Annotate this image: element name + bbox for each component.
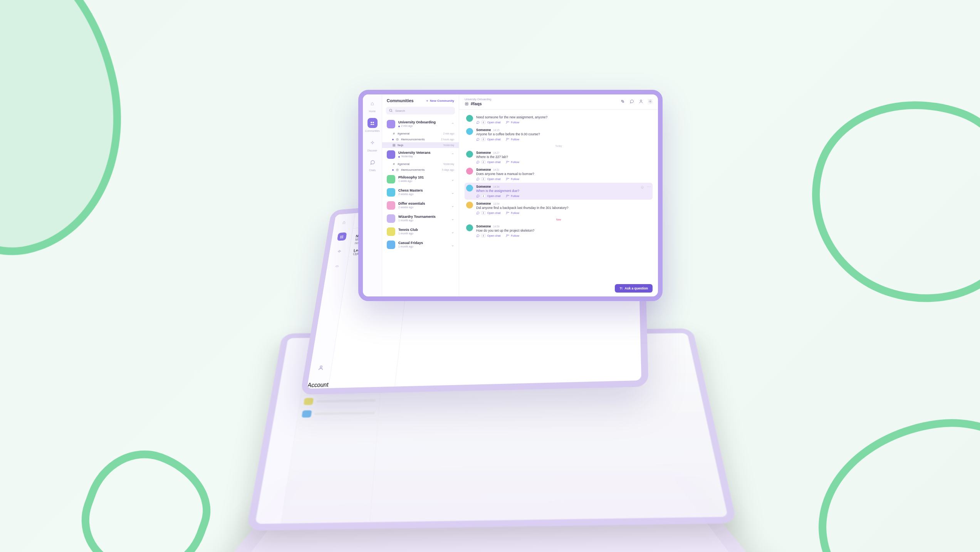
search-icon	[389, 109, 393, 113]
reaction-icon[interactable]: ☺	[640, 185, 644, 190]
open-chat-button[interactable]: 4Open chat	[476, 234, 500, 237]
question-icon: ?⃝	[619, 286, 623, 290]
more-icon[interactable]: ⋯	[647, 185, 651, 190]
svg-point-14	[507, 212, 508, 213]
communities-icon[interactable]	[337, 232, 347, 241]
gear-icon[interactable]	[648, 99, 653, 104]
search-input[interactable]: Search	[386, 107, 455, 114]
svg-point-5	[389, 109, 392, 111]
channel-item[interactable]: ◎#announcements5 days ago	[382, 167, 459, 173]
chevron-down-icon: ⌄	[451, 243, 454, 247]
chevron-down-icon: ⌄	[451, 230, 454, 234]
sidebar-title: Communities	[387, 98, 414, 103]
message[interactable]: Someone14:15Anyone for a coffee before t…	[465, 126, 653, 143]
message-author: Someone	[476, 168, 491, 172]
discover-icon[interactable]: ✧	[334, 247, 344, 256]
community-item[interactable]: Chess Masters2 weeks ago⌄	[382, 186, 459, 199]
community-item[interactable]: Differ essentials2 weeks ago⌄	[382, 199, 459, 212]
open-chat-button[interactable]: 4Open chat	[476, 138, 500, 141]
follow-button[interactable]: Follow	[506, 211, 519, 215]
decorative-blob	[805, 405, 980, 552]
message[interactable]: Someone14:34When is the assignment due?4…	[465, 183, 653, 200]
open-chat-button[interactable]: 4Open chat	[476, 121, 500, 124]
message-author: Someone	[476, 185, 491, 188]
discover-icon[interactable]: ✧	[368, 138, 378, 148]
discover-label: Discover	[368, 149, 377, 152]
svg-point-2	[320, 366, 322, 368]
message-time: 14:27	[493, 151, 499, 154]
channel-title: #faqs	[471, 101, 482, 106]
follow-button[interactable]: Follow	[506, 177, 519, 181]
message-author: Someone	[476, 151, 491, 155]
home-icon[interactable]: ⌂	[339, 218, 349, 226]
community-item[interactable]: Casual Fridays1 month ago⌄	[382, 238, 459, 251]
follow-button[interactable]: Follow	[506, 160, 519, 164]
community-item[interactable]: University Onboarding2 min ago⌃	[382, 118, 459, 131]
message-time: 14:15	[493, 129, 499, 131]
chats-icon[interactable]: ⌔	[332, 262, 342, 271]
ask-question-button[interactable]: ?⃝ Ask a question	[615, 284, 653, 293]
community-item[interactable]: Philosophy 1011 week ago⌄	[382, 173, 459, 186]
follow-button[interactable]: Follow	[506, 121, 519, 124]
message[interactable]: Need someone for the new assignment, any…	[465, 113, 653, 126]
home-icon[interactable]: ⌂	[368, 98, 378, 108]
chevron-up-icon: ⌃	[451, 122, 454, 126]
channel-item[interactable]: ##generalYesterday	[382, 161, 459, 167]
message-time: 14:34	[493, 185, 499, 188]
message-text: How do you set up the project skeleton?	[476, 229, 651, 232]
svg-point-10	[507, 138, 508, 140]
channel-item[interactable]: ##general2 min ago	[382, 131, 459, 136]
message-text: Where is the 227 lab?	[476, 155, 651, 159]
open-chat-button[interactable]: 4Open chat	[476, 177, 500, 181]
sidebar: Communities ＋ New Community Search Unive…	[382, 94, 459, 296]
message-text: Anyone for a coffee before the 9.00 cour…	[476, 132, 651, 136]
decorative-blob	[67, 434, 225, 552]
message[interactable]: Someone14:31Does anyone have a manual to…	[465, 166, 653, 183]
community-item[interactable]: Wizardry Tournaments1 month ago⌄	[382, 212, 459, 225]
svg-rect-6	[465, 103, 468, 105]
channel-item[interactable]: ◎#announcements2 hours ago	[382, 136, 459, 142]
message-author: Someone	[476, 128, 491, 132]
message[interactable]: Someone14:27Where is the 227 lab?4Open c…	[465, 149, 653, 166]
channel-type-icon: ◎	[396, 168, 399, 172]
message-text: Did anyone find a backpack last thursday…	[476, 206, 651, 210]
open-chat-button[interactable]: 4Open chat	[476, 160, 500, 164]
message-text: Does anyone have a manual to borrow?	[476, 172, 651, 176]
message-text: Need someone for the new assignment, any…	[476, 115, 651, 119]
hash-icon	[465, 102, 469, 106]
communities-label: Communities	[365, 130, 380, 132]
open-chat-button[interactable]: 4Open chat	[476, 211, 500, 215]
decorative-blob	[785, 72, 980, 329]
svg-point-4	[373, 121, 374, 123]
user-icon[interactable]	[639, 99, 643, 104]
new-divider: New	[465, 218, 653, 221]
chevron-down-icon: ⌄	[451, 177, 454, 182]
message[interactable]: Someone14:59How do you set up the projec…	[465, 222, 653, 239]
svg-point-12	[507, 178, 508, 179]
svg-point-1	[342, 235, 344, 236]
breadcrumb[interactable]: University Onboarding	[465, 98, 491, 101]
open-chat-button[interactable]: 4Open chat	[476, 194, 500, 198]
avatar	[466, 224, 473, 231]
channel-item[interactable]: ▤faqsYesterday	[382, 142, 459, 148]
chevron-up-icon: ⌃	[451, 153, 454, 157]
avatar	[466, 115, 473, 122]
message-text: When is the assignment due?	[476, 189, 637, 193]
message[interactable]: Someone13:54Did anyone find a backpack l…	[465, 200, 653, 217]
chats-icon[interactable]	[368, 157, 378, 167]
follow-button[interactable]: Follow	[506, 194, 519, 198]
account-icon[interactable]	[315, 363, 326, 373]
communities-icon[interactable]	[368, 118, 378, 128]
community-item[interactable]: Tennis Club1 month ago⌄	[382, 225, 459, 238]
follow-button[interactable]: Follow	[506, 138, 519, 141]
main-app-window: ⌂ Home Communities ✧ Discover Chats Comm…	[358, 90, 663, 301]
svg-point-3	[371, 121, 372, 123]
follow-button[interactable]: Follow	[506, 234, 519, 237]
svg-point-9	[507, 121, 508, 123]
message-author: Someone	[476, 224, 491, 228]
pin-icon[interactable]	[620, 99, 625, 104]
new-community-button[interactable]: ＋ New Community	[426, 99, 454, 103]
chat-icon[interactable]	[629, 99, 634, 104]
community-item[interactable]: University VeteransYesterday⌃	[382, 148, 459, 161]
date-divider: Today	[465, 145, 653, 147]
